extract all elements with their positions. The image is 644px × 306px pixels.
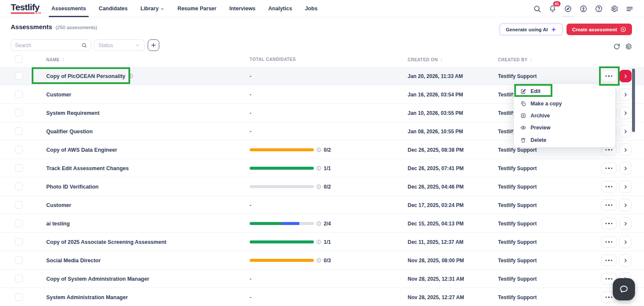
explore-icon — [564, 5, 572, 13]
info-icon[interactable] — [316, 258, 322, 263]
help-button[interactable] — [595, 0, 603, 17]
search-icon — [81, 42, 87, 48]
row-checkbox[interactable] — [15, 127, 23, 135]
row-expand-button[interactable] — [619, 88, 632, 101]
row-checkbox[interactable] — [15, 90, 23, 98]
row-checkbox[interactable] — [15, 146, 23, 153]
info-icon[interactable] — [316, 147, 322, 153]
generate-ai-button[interactable]: Generate using AI — [500, 24, 563, 35]
row-actions-ellipsis-button[interactable] — [601, 218, 617, 229]
create-assessment-button[interactable]: Create assessment — [566, 24, 632, 35]
nav-item-analytics[interactable]: Analytics — [268, 0, 292, 17]
row-expand-button[interactable] — [619, 199, 632, 211]
assessment-name[interactable]: Photo ID Verification — [46, 177, 98, 196]
row-actions-ellipsis-button[interactable] — [601, 255, 617, 266]
assessment-name[interactable]: Copy of System Administration Manager — [46, 270, 149, 288]
menu-item-make-a-copy[interactable]: Make a copy — [514, 97, 615, 109]
row-checkbox[interactable] — [15, 109, 23, 117]
row-expand-button[interactable] — [619, 217, 632, 230]
info-icon[interactable] — [316, 184, 322, 189]
candidates-progress-bar — [250, 148, 314, 151]
nav-item-library[interactable]: Library — [140, 0, 164, 17]
menu-item-edit[interactable]: Edit — [514, 85, 615, 97]
row-expand-button[interactable] — [619, 254, 632, 267]
table-settings-gear-icon[interactable] — [625, 43, 632, 50]
row-expand-button[interactable] — [619, 125, 632, 138]
chat-bubble-icon — [619, 284, 629, 294]
row-checkbox[interactable] — [15, 219, 23, 227]
nav-item-assessments[interactable]: Assessments — [51, 0, 86, 17]
assessment-name[interactable]: ai testing — [46, 214, 70, 233]
row-actions-ellipsis-button[interactable] — [601, 162, 617, 174]
info-icon[interactable] — [316, 239, 322, 245]
candidates-empty: - — [250, 122, 251, 141]
row-expand-button[interactable] — [619, 162, 632, 174]
row-checkbox[interactable] — [15, 275, 23, 282]
chat-widget-button[interactable] — [613, 278, 635, 300]
assessment-name-text: Social Media Director — [46, 258, 101, 264]
column-header-name[interactable]: NAME — [46, 57, 66, 62]
menu-item-archive[interactable]: Archive — [514, 110, 615, 122]
assessment-name[interactable]: System Requirement — [46, 104, 99, 122]
search-input[interactable] — [15, 42, 81, 48]
status-filter-dropdown[interactable]: Status — [94, 39, 145, 51]
info-icon[interactable] — [316, 221, 322, 226]
add-filter-button[interactable] — [148, 39, 159, 51]
settings-icon — [610, 5, 618, 13]
search-button[interactable] — [533, 0, 541, 17]
menu-icon — [626, 5, 634, 13]
row-expand-button[interactable] — [619, 180, 632, 193]
assessment-name[interactable]: Copy of AWS Data Engineer — [46, 141, 117, 159]
created-by: Testlify Support — [498, 177, 537, 196]
nav-item-label: Library — [140, 6, 158, 12]
row-checkbox[interactable] — [15, 183, 23, 190]
candidates-count: 2/4 — [324, 214, 331, 233]
column-header-created-by[interactable]: CREATED BY — [498, 57, 534, 62]
candidates-progress-bar — [250, 222, 314, 225]
assessment-name[interactable]: Track Edit Assessment Changes — [46, 159, 129, 177]
table-row: ai testing2/4Dec 15, 2025, 04:13 PMTestl… — [0, 214, 644, 233]
accessibility-button[interactable] — [579, 0, 587, 17]
row-actions-ellipsis-button[interactable] — [601, 70, 617, 82]
nav-item-jobs[interactable]: Jobs — [305, 0, 317, 17]
row-checkbox[interactable] — [15, 164, 23, 172]
row-expand-button[interactable] — [619, 70, 632, 82]
assessment-name[interactable]: Qualifier Question — [46, 122, 92, 141]
nav-item-interviews[interactable]: Interviews — [229, 0, 255, 17]
assessment-name[interactable]: Copy of 2025 Associate Screening Assessm… — [46, 233, 166, 251]
assessment-name[interactable]: Social Media Director — [46, 251, 101, 270]
vertical-scrollbar[interactable] — [632, 69, 635, 132]
row-checkbox[interactable] — [15, 293, 23, 301]
row-expand-button[interactable] — [619, 236, 632, 248]
created-on: Jan 16, 2026, 03:54 PM — [408, 85, 463, 104]
row-checkbox[interactable] — [15, 238, 23, 246]
assessment-name[interactable]: Copy of PicOCEAN Personality — [46, 67, 134, 85]
select-all-checkbox[interactable] — [15, 55, 23, 63]
nav-item-resume-parser[interactable]: Resume Parser — [177, 0, 216, 17]
column-header-created-on[interactable]: CREATED ON — [408, 57, 444, 62]
row-actions-ellipsis-button[interactable] — [601, 181, 617, 192]
assessment-name[interactable]: System Administration Manager — [46, 288, 128, 306]
menu-item-preview[interactable]: Preview — [514, 122, 615, 134]
nav-item-candidates[interactable]: Candidates — [99, 0, 128, 17]
notifications-button[interactable]: 61 — [549, 0, 557, 17]
assessment-name[interactable]: Customer — [46, 85, 71, 104]
explore-button[interactable] — [564, 0, 572, 17]
column-label: CREATED BY — [498, 57, 528, 62]
generate-ai-label: Generate using AI — [506, 27, 548, 32]
row-expand-button[interactable] — [619, 144, 632, 156]
menu-button[interactable] — [626, 0, 634, 17]
row-actions-ellipsis-button[interactable] — [601, 236, 617, 248]
assessment-name[interactable]: Customer — [46, 196, 71, 214]
row-expand-button[interactable] — [619, 107, 632, 119]
row-checkbox[interactable] — [15, 256, 23, 264]
testlify-logo[interactable]: Testlify — [11, 2, 41, 14]
notification-badge: 61 — [553, 1, 561, 7]
row-checkbox[interactable] — [15, 201, 23, 209]
menu-item-delete[interactable]: Delete — [514, 134, 615, 146]
row-checkbox[interactable] — [15, 72, 23, 80]
row-actions-ellipsis-button[interactable] — [601, 199, 617, 211]
refresh-icon[interactable] — [613, 43, 620, 50]
settings-button[interactable] — [610, 0, 618, 17]
info-icon[interactable] — [316, 165, 322, 171]
